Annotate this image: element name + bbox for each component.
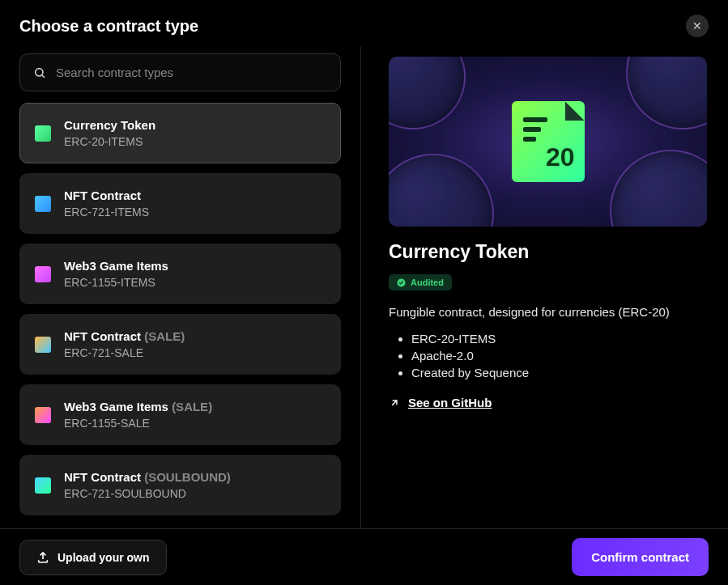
contract-subtitle: ERC-1155-SALE [64, 417, 212, 430]
coin-decoration [389, 154, 494, 227]
coin-decoration [389, 57, 466, 129]
upload-button[interactable]: Upload your own [19, 540, 167, 575]
contract-item[interactable]: NFT Contract (SALE)ERC-721-SALE [19, 314, 341, 375]
confirm-label: Confirm contract [591, 550, 689, 564]
contract-text: Web3 Game Items (SALE)ERC-1155-SALE [64, 400, 212, 430]
left-panel: Currency Token ERC-20-ITEMSNFT Contract … [0, 47, 361, 530]
detail-title: Currency Token [389, 241, 707, 263]
contract-item[interactable]: NFT Contract ERC-721-ITEMS [19, 173, 341, 234]
contract-type-icon [35, 337, 51, 353]
contract-type-icon [35, 266, 51, 282]
detail-bullet: ERC-20-ITEMS [411, 332, 707, 345]
contract-type-icon [35, 125, 51, 142]
contract-item[interactable]: Web3 Game Items (SALE)ERC-1155-SALE [19, 384, 341, 445]
audited-label: Audited [411, 278, 444, 287]
contract-type-icon [35, 407, 51, 423]
check-circle-icon [397, 278, 406, 287]
contract-text: Currency Token ERC-20-ITEMS [64, 118, 155, 148]
contract-item[interactable]: Currency Token ERC-20-ITEMS [19, 103, 341, 163]
confirm-button[interactable]: Confirm contract [572, 538, 709, 576]
hero-number: 20 [546, 142, 575, 172]
search-input[interactable] [56, 66, 327, 79]
github-link[interactable]: See on GitHub [389, 396, 492, 409]
modal-title: Choose a contract type [19, 17, 198, 36]
external-link-icon [389, 397, 400, 409]
contract-item[interactable]: Web3 Game Items ERC-1155-ITEMS [19, 244, 341, 304]
contract-subtitle: ERC-1155-ITEMS [64, 276, 168, 289]
coin-decoration [610, 150, 707, 227]
hero-image: 20 [389, 57, 707, 227]
upload-label: Upload your own [57, 551, 150, 564]
detail-description: Fungible contract, designed for currenci… [389, 305, 707, 319]
contract-subtitle: ERC-721-SALE [64, 346, 185, 359]
contract-title: NFT Contract (SOULBOUND) [64, 470, 231, 484]
document-icon: 20 [512, 101, 585, 182]
contract-text: NFT Contract (SALE)ERC-721-SALE [64, 329, 185, 359]
search-icon [33, 66, 46, 79]
detail-bullets: ERC-20-ITEMSApache-2.0Created by Sequenc… [389, 332, 707, 379]
coin-decoration [626, 57, 707, 129]
contract-subtitle: ERC-721-SOULBOUND [64, 487, 231, 500]
svg-point-0 [36, 68, 43, 75]
contract-subtitle: ERC-20-ITEMS [64, 135, 155, 148]
audited-badge: Audited [389, 274, 452, 290]
contract-title: NFT Contract [64, 189, 149, 202]
contract-title: Currency Token [64, 118, 155, 132]
close-button[interactable]: ✕ [686, 15, 709, 37]
contract-subtitle: ERC-721-ITEMS [64, 206, 149, 218]
contract-title: NFT Contract (SALE) [64, 329, 185, 343]
svg-line-1 [42, 75, 45, 78]
detail-bullet: Apache-2.0 [411, 349, 707, 362]
detail-bullet: Created by Sequence [411, 366, 707, 379]
contract-type-icon [35, 477, 51, 494]
search-box[interactable] [19, 53, 341, 91]
contract-list: Currency Token ERC-20-ITEMSNFT Contract … [19, 103, 341, 515]
contract-title: Web3 Game Items (SALE) [64, 400, 212, 413]
contract-item[interactable]: NFT Contract (SOULBOUND)ERC-721-SOULBOUN… [19, 455, 341, 515]
github-link-label: See on GitHub [408, 396, 492, 409]
contract-text: NFT Contract (SOULBOUND)ERC-721-SOULBOUN… [64, 470, 231, 500]
contract-title: Web3 Game Items [64, 259, 168, 273]
right-panel: 20 Currency Token Audited Fungible contr… [361, 47, 728, 530]
upload-icon [36, 551, 49, 564]
contract-text: Web3 Game Items ERC-1155-ITEMS [64, 259, 168, 289]
svg-line-3 [392, 401, 397, 405]
contract-text: NFT Contract ERC-721-ITEMS [64, 189, 149, 218]
contract-type-icon [35, 196, 51, 212]
footer: Upload your own Confirm contract [0, 528, 728, 585]
close-icon: ✕ [692, 19, 702, 32]
